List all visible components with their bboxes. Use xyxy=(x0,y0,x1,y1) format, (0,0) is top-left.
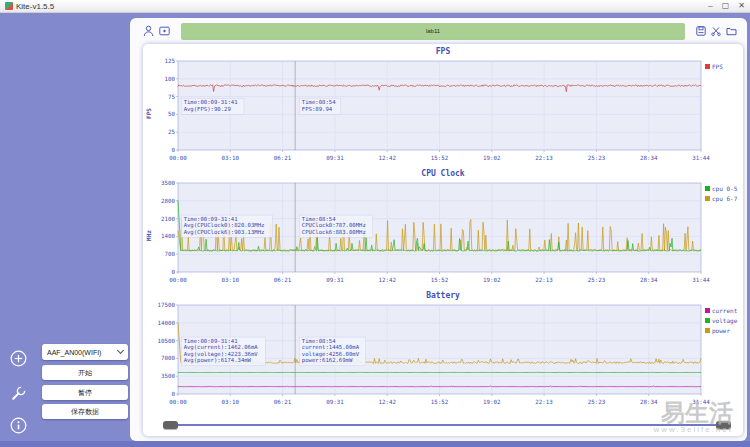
slider-handle-left[interactable] xyxy=(163,421,178,429)
sidebar: AAF_AN00(WIFI) 开始 暂停 保存数据 xyxy=(0,13,130,441)
fps-chart: FPS FPS 00:0003:1006:2109:3112:4215:5219… xyxy=(143,46,743,168)
svg-text:19:02: 19:02 xyxy=(483,399,500,405)
svg-text:75: 75 xyxy=(168,94,175,100)
legend-swatch xyxy=(705,196,710,201)
label-bar[interactable]: lab11 xyxy=(181,23,685,40)
svg-text:06:21: 06:21 xyxy=(274,277,292,283)
svg-text:0: 0 xyxy=(172,391,176,397)
svg-text:power:6162.69mW: power:6162.69mW xyxy=(302,357,353,364)
svg-text:Time:08:54: Time:08:54 xyxy=(302,338,336,344)
legend-item: cpu 6-7 xyxy=(705,195,743,202)
battery-plot-area[interactable]: 00:0003:1006:2109:3112:4215:5219:0222:13… xyxy=(154,302,705,412)
save-icon[interactable] xyxy=(696,26,706,36)
svg-text:CPUClock0:787.00MHz: CPUClock0:787.00MHz xyxy=(302,222,366,228)
svg-text:25:23: 25:23 xyxy=(588,277,606,283)
maximize-button[interactable]: ▢ xyxy=(722,0,730,12)
cpu-clock-chart: CPU Clock MHz 00:0003:1006:2109:3112:421… xyxy=(143,168,743,290)
minimize-button[interactable]: – xyxy=(708,0,712,12)
fps-y-axis-label: FPS xyxy=(145,108,152,119)
legend-swatch xyxy=(705,318,710,323)
svg-text:Time:00:09-31:41: Time:00:09-31:41 xyxy=(184,338,238,344)
window-title: Kite-v1.5.5 xyxy=(16,2,54,11)
svg-text:7000: 7000 xyxy=(161,355,175,361)
legend-label: voltage xyxy=(712,317,737,324)
svg-text:Avg(CPUClock6):903.13MHz: Avg(CPUClock6):903.13MHz xyxy=(184,229,265,236)
app-window: Kite-v1.5.5 – ▢ ✕ AAF_AN00(WIFI) 开始 xyxy=(0,0,750,447)
plus-circle-icon[interactable] xyxy=(10,350,27,367)
wrench-icon[interactable] xyxy=(10,385,27,402)
svg-text:17500: 17500 xyxy=(158,302,176,308)
svg-text:FPS:89.94: FPS:89.94 xyxy=(302,106,333,112)
label-bar-text: lab11 xyxy=(426,28,440,34)
device-select-value: AAF_AN00(WIFI) xyxy=(47,349,101,356)
app-icon xyxy=(5,2,13,10)
svg-text:14000: 14000 xyxy=(158,320,176,326)
folder-icon[interactable] xyxy=(726,26,737,36)
device-select[interactable]: AAF_AN00(WIFI) xyxy=(42,344,128,360)
svg-text:03:10: 03:10 xyxy=(222,277,240,283)
svg-text:10500: 10500 xyxy=(158,338,176,344)
legend-label: cpu 0-5 xyxy=(712,185,737,192)
svg-text:06:21: 06:21 xyxy=(274,399,292,405)
svg-text:09:31: 09:31 xyxy=(326,155,344,161)
legend-label: current xyxy=(712,307,737,314)
svg-text:50: 50 xyxy=(168,111,175,117)
slider-track[interactable] xyxy=(165,424,729,426)
svg-text:Time:00:09-31:41: Time:00:09-31:41 xyxy=(184,99,238,105)
svg-text:03:10: 03:10 xyxy=(222,155,240,161)
svg-text:current:1445.00mA: current:1445.00mA xyxy=(302,344,360,350)
svg-text:12:42: 12:42 xyxy=(378,277,395,283)
svg-text:06:21: 06:21 xyxy=(274,155,292,161)
fps-chart-title: FPS xyxy=(143,46,743,58)
close-button[interactable]: ✕ xyxy=(738,0,745,12)
svg-text:22:13: 22:13 xyxy=(535,155,553,161)
svg-text:Time:08:54: Time:08:54 xyxy=(302,216,336,222)
legend-label: FPS xyxy=(712,63,723,70)
cpu-legend: cpu 0-5cpu 6-7 xyxy=(705,180,743,290)
legend-label: cpu 6-7 xyxy=(712,195,737,202)
save-data-button[interactable]: 保存数据 xyxy=(42,404,128,419)
svg-text:00:00: 00:00 xyxy=(169,155,187,161)
svg-text:00:00: 00:00 xyxy=(169,399,187,405)
fps-plot-area[interactable]: 00:0003:1006:2109:3112:4215:5219:0222:13… xyxy=(154,58,705,168)
chevron-down-icon xyxy=(117,347,124,354)
main-header: lab11 xyxy=(130,18,747,44)
svg-text:Avg(power):6174.34mW: Avg(power):6174.34mW xyxy=(184,357,252,364)
svg-text:22:13: 22:13 xyxy=(535,399,553,405)
slider-handle-right[interactable] xyxy=(716,421,731,429)
legend-swatch xyxy=(705,186,710,191)
legend-swatch xyxy=(705,64,710,69)
svg-text:0: 0 xyxy=(172,269,176,275)
svg-text:09:31: 09:31 xyxy=(326,277,344,283)
legend-label: power xyxy=(712,327,730,334)
svg-text:125: 125 xyxy=(165,58,176,64)
fps-legend: FPS xyxy=(705,58,743,168)
svg-text:22:13: 22:13 xyxy=(535,277,553,283)
info-circle-icon[interactable] xyxy=(10,417,27,434)
battery-legend: currentvoltagepower xyxy=(705,302,743,412)
svg-text:00:00: 00:00 xyxy=(169,277,187,283)
svg-text:3500: 3500 xyxy=(161,373,175,379)
svg-text:0: 0 xyxy=(172,147,176,153)
pause-button[interactable]: 暂停 xyxy=(42,385,128,400)
cpu-clock-chart-title: CPU Clock xyxy=(143,168,743,180)
svg-text:1400: 1400 xyxy=(161,233,175,239)
time-range-slider[interactable] xyxy=(163,421,731,430)
svg-text:700: 700 xyxy=(165,251,176,257)
svg-text:19:02: 19:02 xyxy=(483,155,500,161)
scissors-icon[interactable] xyxy=(711,26,721,36)
titlebar: Kite-v1.5.5 – ▢ ✕ xyxy=(0,0,750,13)
legend-swatch xyxy=(705,328,710,333)
screen-icon[interactable] xyxy=(159,26,170,36)
svg-text:12:42: 12:42 xyxy=(378,399,395,405)
svg-text:CPUClock6:883.00MHz: CPUClock6:883.00MHz xyxy=(302,229,366,235)
svg-text:15:52: 15:52 xyxy=(431,277,448,283)
svg-text:15:52: 15:52 xyxy=(431,155,448,161)
person-icon[interactable] xyxy=(143,25,154,37)
cpu-plot-area[interactable]: 00:0003:1006:2109:3112:4215:5219:0222:13… xyxy=(154,180,705,290)
svg-text:2800: 2800 xyxy=(161,198,175,204)
svg-text:2100: 2100 xyxy=(161,216,175,222)
start-button[interactable]: 开始 xyxy=(42,365,128,380)
legend-item: power xyxy=(705,327,743,334)
battery-chart-title: Battery xyxy=(143,290,743,302)
